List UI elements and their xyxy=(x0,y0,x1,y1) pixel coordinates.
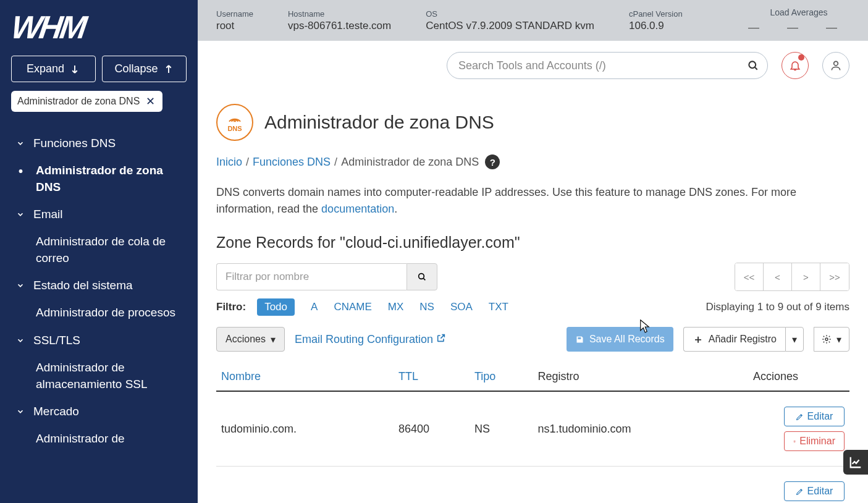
whm-logo: WHM xyxy=(0,11,198,49)
help-icon[interactable]: ? xyxy=(485,154,500,169)
chevron-down-icon xyxy=(16,210,25,219)
stat-value: vps-806761.teste.com xyxy=(288,20,391,32)
dns-label: DNS xyxy=(227,125,242,132)
gear-icon xyxy=(822,334,832,344)
nav-item-market-admin[interactable]: Administrador de xyxy=(0,426,198,452)
notification-dot-icon xyxy=(798,54,804,61)
search-wrap xyxy=(447,52,768,79)
stat-label: cPanel Version xyxy=(629,9,683,19)
filter-pill-soa[interactable]: SOA xyxy=(450,301,473,313)
filter-search-button[interactable] xyxy=(407,263,437,290)
nav-group-ssl-tls[interactable]: SSL/TLS xyxy=(0,326,198,355)
floppy-icon xyxy=(575,335,584,344)
caret-down-icon: ▾ xyxy=(836,334,841,345)
delete-button[interactable]: Eliminar xyxy=(784,431,845,451)
documentation-link[interactable]: documentation xyxy=(321,203,394,215)
svg-point-2 xyxy=(419,274,424,279)
sidebar-button-row: Expand Collapse xyxy=(0,49,198,91)
edit-label: Editar xyxy=(807,411,833,422)
actions-dropdown-button[interactable]: Acciones ▾ xyxy=(216,327,285,352)
pager-prev[interactable]: < xyxy=(764,263,792,290)
page-description: DNS converts domain names into computer-… xyxy=(216,184,849,218)
svg-point-1 xyxy=(834,61,838,66)
th-ttl[interactable]: TTL xyxy=(394,363,470,391)
gear-group: ▾ xyxy=(814,327,849,352)
stat-value: root xyxy=(216,20,253,32)
nav-group-label: SSL/TLS xyxy=(33,334,80,347)
pager-last[interactable]: >> xyxy=(820,263,849,290)
nav-group-label: Estado del sistema xyxy=(33,279,133,292)
collapse-label: Collapse xyxy=(114,62,158,75)
filter-pill-txt[interactable]: TXT xyxy=(489,301,508,313)
close-icon[interactable]: ✕ xyxy=(145,95,156,108)
th-actions: Acciones xyxy=(748,363,849,391)
filter-pill-a[interactable]: A xyxy=(311,301,318,313)
displaying-count: Displaying 1 to 9 out of 9 items xyxy=(706,301,849,313)
caret-down-icon: ▾ xyxy=(271,334,276,345)
filter-input-wrap xyxy=(216,263,437,290)
row-actions: Editar Eliminar xyxy=(753,407,845,451)
th-type[interactable]: Tipo xyxy=(470,363,533,391)
add-record-button[interactable]: ＋ Añadir Registro xyxy=(683,327,785,352)
th-name[interactable]: Nombre xyxy=(216,363,394,391)
trash-icon xyxy=(793,437,796,446)
add-record-caret-button[interactable]: ▾ xyxy=(785,327,804,352)
stats-tab-button[interactable] xyxy=(843,450,868,475)
filter-type-row: Filtro: Todo A CNAME MX NS SOA TXT Displ… xyxy=(216,298,849,316)
pager-first[interactable]: << xyxy=(735,263,764,290)
breadcrumb: Inicio / Funciones DNS / Administrador d… xyxy=(216,154,849,169)
edit-button[interactable]: Editar xyxy=(784,407,845,426)
edit-label: Editar xyxy=(807,486,833,497)
nav-group-email[interactable]: Email xyxy=(0,200,198,229)
edit-button[interactable]: Editar xyxy=(784,481,845,501)
plus-icon: ＋ xyxy=(693,332,704,347)
filter-input[interactable] xyxy=(216,263,407,290)
pager: << < > >> xyxy=(735,263,849,291)
sidebar-nav[interactable]: Funciones DNS Administrador de zona DNS … xyxy=(0,129,198,490)
radio-icon xyxy=(228,113,242,124)
nav-group-label: Email xyxy=(33,208,63,221)
chevron-down-icon xyxy=(16,407,25,416)
sidebar: WHM Expand Collapse Administrador de zon… xyxy=(0,0,198,503)
notifications-button[interactable] xyxy=(782,52,809,79)
user-button[interactable] xyxy=(822,52,849,79)
external-link-icon xyxy=(436,333,446,343)
collapse-button[interactable]: Collapse xyxy=(102,56,187,82)
nav-item-mail-queue-admin[interactable]: Administrador de cola de correo xyxy=(0,229,198,271)
gear-button[interactable]: ▾ xyxy=(814,327,849,352)
th-record: Registro xyxy=(533,363,749,391)
arrow-up-icon xyxy=(163,64,174,75)
nav-group-market[interactable]: Mercado xyxy=(0,397,198,426)
pager-next[interactable]: > xyxy=(792,263,820,290)
breadcrumb-home[interactable]: Inicio xyxy=(216,156,242,169)
chevron-down-icon xyxy=(16,139,25,148)
stat-os: OS CentOS v7.9.2009 STANDARD kvm xyxy=(426,9,594,32)
nav-group-system-status[interactable]: Estado del sistema xyxy=(0,271,198,300)
breadcrumb-group[interactable]: Funciones DNS xyxy=(253,156,331,169)
filter-pill-ns[interactable]: NS xyxy=(419,301,434,313)
filter-pill-all[interactable]: Todo xyxy=(257,298,295,316)
nav-item-process-admin[interactable]: Administrador de procesos xyxy=(0,300,198,326)
actions-label: Acciones xyxy=(225,334,266,345)
stat-hostname: Hostname vps-806761.teste.com xyxy=(288,9,391,32)
nav-group-dns-functions[interactable]: Funciones DNS xyxy=(0,129,198,158)
headerbar xyxy=(198,41,868,90)
chevron-down-icon xyxy=(16,281,25,290)
filter-pill-cname[interactable]: CNAME xyxy=(334,301,371,313)
bell-icon xyxy=(789,59,801,72)
search-icon[interactable] xyxy=(747,59,759,72)
email-routing-link[interactable]: Email Routing Configuration xyxy=(295,333,446,346)
nav-item-dns-zone-admin[interactable]: Administrador de zona DNS xyxy=(0,158,198,200)
add-record-label: Añadir Registro xyxy=(709,334,777,345)
filter-bar: << < > >> xyxy=(216,263,849,291)
pencil-icon xyxy=(796,488,804,496)
search-input[interactable] xyxy=(447,52,768,79)
filter-pill-mx[interactable]: MX xyxy=(388,301,404,313)
save-all-records-button[interactable]: Save All Records xyxy=(567,327,673,352)
stat-label: Hostname xyxy=(288,9,391,19)
save-all-label: Save All Records xyxy=(589,334,665,345)
expand-button[interactable]: Expand xyxy=(11,56,96,82)
cell-name: tudominio.com. xyxy=(216,391,394,467)
nav-item-ssl-storage-admin[interactable]: Administrador de almacenamiento SSL xyxy=(0,355,198,397)
add-record-group: ＋ Añadir Registro ▾ xyxy=(683,327,804,352)
